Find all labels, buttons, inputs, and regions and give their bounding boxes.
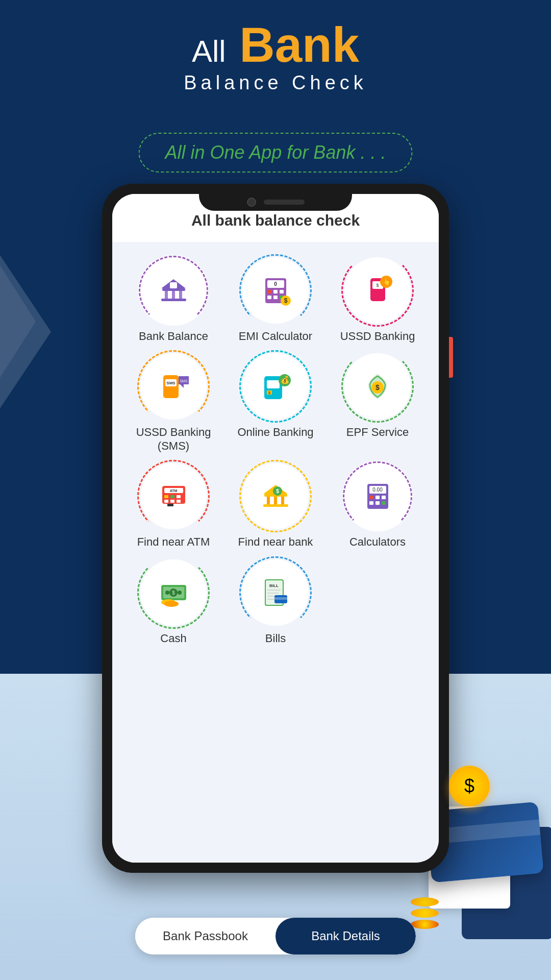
svg-point-67 bbox=[178, 591, 182, 595]
epf-service-icon: $ bbox=[361, 370, 394, 403]
deco-coin: $ bbox=[449, 766, 490, 806]
svg-rect-46 bbox=[263, 504, 288, 507]
svg-rect-78 bbox=[274, 597, 287, 600]
feature-cash[interactable]: $ Cash bbox=[128, 559, 219, 645]
svg-rect-70 bbox=[265, 580, 283, 605]
svg-text:$: $ bbox=[276, 488, 279, 494]
feature-label-calculators: Calculators bbox=[349, 535, 406, 549]
coin-1 bbox=[411, 897, 439, 906]
icon-wrapper-bank-balance bbox=[140, 257, 207, 324]
phone-screen: All bank balance check bbox=[112, 194, 439, 863]
svg-text:👆: 👆 bbox=[382, 277, 391, 286]
feature-online-banking[interactable]: $ 💰 Online Banking bbox=[230, 353, 321, 453]
feature-bank-balance[interactable]: Bank Balance bbox=[128, 257, 219, 343]
icon-wrapper-emi: 0 $ bbox=[242, 257, 309, 324]
deco-stacked-coins bbox=[411, 897, 439, 929]
feature-label-online: Online Banking bbox=[237, 426, 313, 439]
svg-rect-18 bbox=[370, 278, 385, 301]
svg-rect-24 bbox=[165, 379, 177, 386]
bills-icon: BILL bbox=[259, 576, 292, 609]
icon-wrapper-bills: BILL bbox=[242, 559, 309, 626]
feature-find-atm[interactable]: ATM Find near ATM bbox=[128, 463, 219, 549]
svg-point-31 bbox=[279, 374, 291, 386]
title-all: All bbox=[192, 34, 226, 68]
feature-calculators[interactable]: 0.00 Calculators bbox=[332, 463, 423, 549]
svg-rect-42 bbox=[170, 500, 174, 503]
cash-icon: $ bbox=[157, 576, 190, 609]
ussd-sms-icon: SMS SMS bbox=[157, 370, 190, 403]
svg-rect-19 bbox=[372, 281, 383, 289]
title-bank: Bank bbox=[239, 17, 359, 72]
feature-label-ussd-sms: USSD Banking (SMS) bbox=[136, 426, 211, 453]
online-banking-icon: $ 💰 bbox=[259, 370, 292, 403]
phone-side-button bbox=[449, 337, 453, 378]
svg-rect-62 bbox=[161, 585, 186, 600]
tagline-container: All in One App for Bank . . . bbox=[139, 133, 413, 173]
phone-frame: All bank balance check bbox=[102, 184, 449, 873]
features-grid: Bank Balance 0 bbox=[122, 257, 429, 645]
icon-wrapper-calculators: 0.00 bbox=[344, 463, 411, 529]
feature-find-bank[interactable]: $ Find near bank bbox=[230, 463, 321, 549]
tab-passbook[interactable]: Bank Passbook bbox=[135, 918, 276, 954]
find-atm-icon: ATM bbox=[157, 480, 190, 513]
app-subtitle: Balance Check bbox=[0, 72, 551, 94]
svg-rect-44 bbox=[167, 504, 173, 506]
feature-label-bank-balance: Bank Balance bbox=[139, 330, 208, 343]
svg-point-66 bbox=[165, 591, 169, 595]
svg-rect-48 bbox=[274, 497, 277, 504]
svg-rect-28 bbox=[267, 380, 280, 388]
features-grid-area: Bank Balance 0 bbox=[112, 242, 439, 863]
svg-rect-38 bbox=[164, 495, 168, 498]
svg-text:$: $ bbox=[375, 383, 380, 391]
svg-rect-15 bbox=[280, 296, 284, 299]
svg-rect-71 bbox=[265, 580, 283, 605]
ussd-banking-icon: $ 👆 bbox=[361, 274, 394, 307]
svg-rect-53 bbox=[367, 484, 388, 509]
svg-rect-7 bbox=[265, 278, 286, 303]
svg-rect-47 bbox=[267, 497, 270, 504]
svg-text:0.00: 0.00 bbox=[372, 487, 383, 493]
app-title: All Bank bbox=[0, 20, 551, 69]
svg-rect-4 bbox=[179, 291, 182, 299]
svg-point-16 bbox=[281, 296, 291, 306]
svg-rect-0 bbox=[162, 288, 185, 291]
icon-wrapper-find-bank: $ bbox=[242, 463, 309, 529]
feature-label-atm: Find near ATM bbox=[137, 535, 210, 549]
svg-rect-56 bbox=[369, 496, 373, 499]
icon-wrapper-cash: $ bbox=[140, 559, 207, 626]
svg-rect-43 bbox=[177, 500, 181, 503]
svg-marker-5 bbox=[161, 279, 186, 288]
svg-text:$: $ bbox=[268, 390, 270, 395]
svg-rect-54 bbox=[369, 486, 386, 494]
coin-3 bbox=[411, 920, 439, 929]
svg-point-69 bbox=[164, 601, 179, 607]
svg-rect-8 bbox=[267, 280, 284, 288]
svg-text:$: $ bbox=[376, 283, 379, 288]
svg-rect-45 bbox=[264, 494, 287, 497]
svg-rect-14 bbox=[273, 296, 278, 299]
svg-text:$: $ bbox=[172, 590, 175, 596]
svg-point-33 bbox=[371, 381, 384, 394]
svg-rect-49 bbox=[281, 497, 284, 504]
svg-point-51 bbox=[273, 486, 282, 496]
svg-point-21 bbox=[380, 276, 392, 288]
svg-rect-11 bbox=[273, 290, 278, 293]
svg-rect-29 bbox=[267, 390, 272, 395]
app-header: All Bank Balance Check bbox=[0, 20, 551, 94]
feature-label-emi: EMI Calculator bbox=[239, 330, 312, 343]
tab-details[interactable]: Bank Details bbox=[276, 918, 416, 954]
svg-rect-40 bbox=[177, 495, 181, 498]
feature-label-find-bank: Find near bank bbox=[238, 535, 313, 549]
svg-marker-50 bbox=[263, 485, 288, 494]
feature-bills[interactable]: BILL Bills bbox=[230, 559, 321, 645]
feature-label-cash: Cash bbox=[160, 632, 186, 645]
screen-title: All bank balance check bbox=[128, 212, 423, 229]
feature-emi-calculator[interactable]: 0 $ EMI Calculator bbox=[230, 257, 321, 343]
svg-rect-23 bbox=[163, 375, 179, 398]
feature-epf[interactable]: $ EPF Service bbox=[332, 353, 423, 453]
phone-container: All bank balance check bbox=[102, 184, 449, 873]
svg-rect-39 bbox=[170, 495, 174, 498]
feature-ussd-banking[interactable]: $ 👆 USSD Banking bbox=[332, 257, 423, 343]
svg-rect-41 bbox=[164, 500, 168, 503]
feature-ussd-sms[interactable]: SMS SMS USSD Banking (SMS) bbox=[128, 353, 219, 453]
